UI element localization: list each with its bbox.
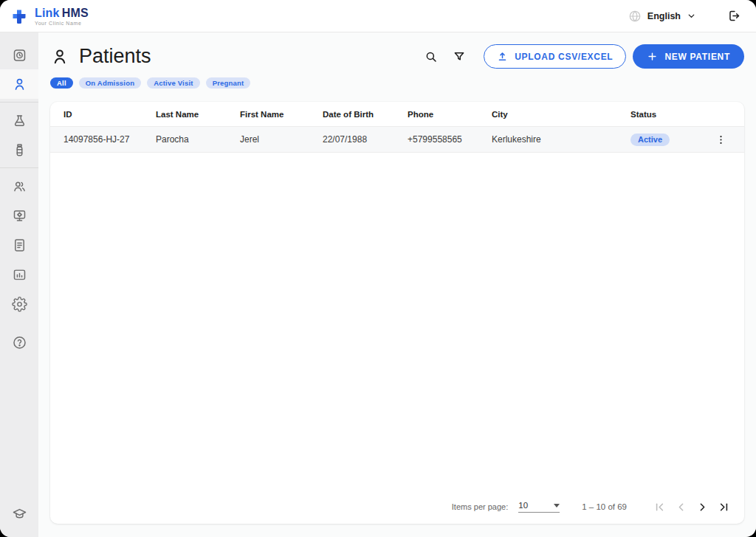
status-badge: Active — [630, 134, 670, 146]
cell-id: 14097856-HJ-27 — [63, 134, 156, 145]
row-actions-menu-button[interactable] — [712, 131, 729, 148]
upload-icon — [497, 51, 508, 62]
document-icon — [12, 238, 27, 253]
column-header-phone: Phone — [408, 110, 492, 119]
chip-on-admission[interactable]: On Admission — [79, 77, 141, 89]
logout-button[interactable] — [727, 9, 741, 23]
column-header-id: ID — [63, 110, 156, 119]
language-selector[interactable]: English — [628, 10, 696, 23]
cell-phone: +5799558565 — [408, 134, 492, 145]
column-header-status: Status — [630, 110, 712, 119]
last-page-icon — [718, 501, 730, 513]
first-page-icon — [653, 501, 666, 513]
chip-pregnant-label: Pregnant — [213, 79, 244, 87]
filter-chips: All On Admission Active Visit Pregnant — [50, 77, 744, 89]
chip-active-visit-label: Active Visit — [154, 79, 193, 87]
cell-first-name: Jerel — [240, 134, 323, 145]
app-logo: LinkHMS Your Clinic Name — [10, 7, 89, 26]
top-bar-right: English — [628, 9, 741, 23]
new-patient-label: NEW PATIENT — [664, 52, 730, 62]
sidebar-item-laboratory[interactable] — [0, 105, 38, 135]
sidebar-nav — [0, 32, 38, 537]
search-button[interactable] — [422, 47, 441, 66]
brand-name-primary: Link — [35, 7, 60, 19]
upload-csv-label: UPLOAD CSV/EXCEL — [515, 52, 613, 62]
calendar-clock-icon — [12, 47, 27, 63]
card-chart-icon — [12, 267, 27, 283]
cell-date-of-birth: 22/07/1988 — [323, 134, 408, 145]
sidebar-item-education[interactable] — [0, 499, 38, 528]
header-actions: UPLOAD CSV/EXCEL NEW PATIENT — [422, 44, 744, 69]
column-header-date-of-birth: Date of Birth — [323, 110, 408, 119]
page-title: Patients — [79, 45, 151, 68]
sidebar-item-pharmacy[interactable] — [0, 135, 38, 164]
sidebar-item-reports[interactable] — [0, 230, 38, 260]
globe-icon — [628, 10, 642, 23]
search-icon — [425, 50, 438, 63]
select-caret-icon — [554, 504, 560, 507]
sidebar-divider — [0, 102, 38, 103]
plus-icon — [647, 51, 658, 62]
clinic-name-subtitle: Your Clinic Name — [35, 21, 89, 26]
previous-page-button[interactable] — [673, 499, 688, 514]
new-patient-button[interactable]: NEW PATIENT — [633, 44, 744, 69]
column-header-city: City — [492, 110, 630, 119]
logo-text: LinkHMS Your Clinic Name — [35, 7, 89, 26]
chip-pregnant[interactable]: Pregnant — [206, 77, 251, 89]
previous-page-icon — [675, 501, 687, 513]
column-header-last-name: Last Name — [156, 110, 240, 119]
upload-csv-button[interactable]: UPLOAD CSV/EXCEL — [484, 44, 626, 69]
chip-active-visit[interactable]: Active Visit — [147, 77, 199, 89]
brand-name-secondary: HMS — [62, 7, 89, 19]
main-content: Patients — [38, 32, 756, 537]
chevron-down-icon — [687, 11, 696, 21]
sidebar-item-workstation[interactable] — [0, 201, 38, 230]
app-window: LinkHMS Your Clinic Name English — [0, 0, 756, 537]
kebab-menu-icon — [715, 134, 726, 145]
filter-button[interactable] — [450, 47, 469, 66]
language-label: English — [647, 11, 681, 21]
next-page-button[interactable] — [695, 499, 709, 514]
chip-on-admission-label: On Admission — [86, 79, 134, 87]
graduation-cap-icon — [12, 506, 27, 522]
logout-icon — [727, 9, 741, 23]
first-page-button[interactable] — [652, 499, 667, 514]
patient-person-icon — [12, 77, 27, 92]
help-circle-icon — [12, 335, 27, 350]
sidebar-item-settings[interactable] — [0, 289, 38, 319]
pagination-bar: Items per page: 10 1 – 10 of 69 — [50, 490, 744, 524]
monitor-gear-icon — [12, 208, 27, 224]
column-header-first-name: First Name — [240, 110, 323, 119]
table-header-row: ID Last Name First Name Date of Birth Ph… — [50, 102, 744, 127]
items-per-page-value: 10 — [518, 501, 528, 510]
medicine-bottle-icon — [12, 142, 27, 158]
people-group-icon — [12, 179, 27, 194]
top-bar: LinkHMS Your Clinic Name English — [0, 0, 756, 32]
sidebar-item-staff[interactable] — [0, 171, 38, 201]
items-per-page-select[interactable]: 10 — [518, 501, 560, 513]
patients-table-card: ID Last Name First Name Date of Birth Ph… — [50, 102, 744, 524]
medical-cross-icon — [10, 7, 28, 25]
pager-controls — [652, 499, 731, 514]
items-per-page-label: Items per page: — [452, 502, 508, 511]
cell-last-name: Parocha — [156, 134, 240, 145]
filter-funnel-icon — [453, 50, 466, 63]
sidebar-item-help[interactable] — [0, 328, 38, 357]
page-header: Patients — [50, 44, 744, 69]
table-row[interactable]: 14097856-HJ-27 Parocha Jerel 22/07/1988 … — [50, 127, 744, 153]
patients-person-icon — [50, 47, 69, 66]
chip-all[interactable]: All — [50, 77, 73, 89]
gear-icon — [12, 297, 27, 312]
chip-all-label: All — [57, 79, 66, 87]
last-page-button[interactable] — [716, 499, 731, 514]
next-page-icon — [696, 501, 709, 513]
sidebar-item-billing[interactable] — [0, 260, 38, 289]
sidebar-item-patients[interactable] — [0, 69, 38, 99]
cell-city: Kerlukeshire — [492, 134, 630, 145]
pagination-range: 1 – 10 of 69 — [582, 502, 627, 511]
sidebar-item-schedule[interactable] — [0, 40, 38, 69]
sidebar-divider — [0, 167, 38, 168]
lab-flask-icon — [12, 113, 27, 128]
